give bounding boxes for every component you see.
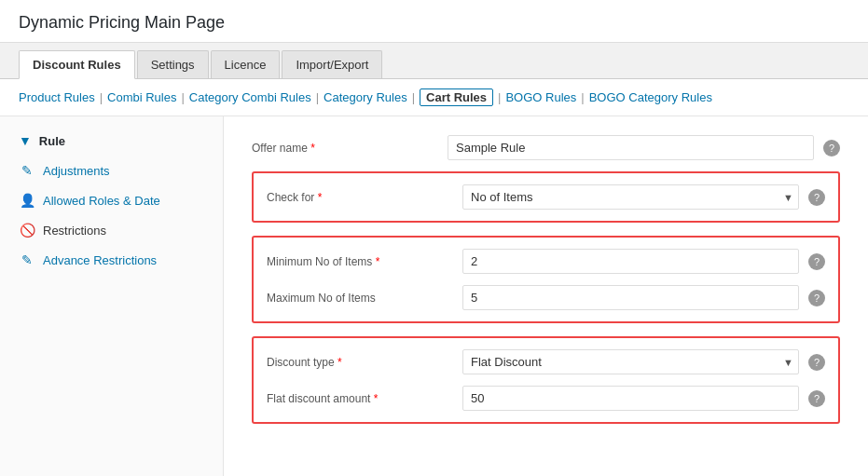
sidebar-item-advance-restrictions[interactable]: ✎ Advance Restrictions	[0, 245, 223, 275]
sidebar: ▼ Rule ✎ Adjustments 👤 Allowed Roles & D…	[0, 116, 224, 476]
flat-discount-help[interactable]: ?	[808, 390, 825, 407]
sep-6: |	[581, 90, 584, 104]
offer-name-help[interactable]: ?	[823, 140, 840, 156]
sub-nav: Product Rules | Combi Rules | Category C…	[0, 79, 868, 116]
check-for-label: Check for *	[267, 191, 453, 204]
sep-1: |	[100, 90, 103, 104]
adjustments-icon: ✎	[19, 163, 35, 178]
sub-nav-product-rules[interactable]: Product Rules	[19, 90, 95, 104]
sep-3: |	[316, 90, 319, 104]
sub-nav-cart-rules[interactable]: Cart Rules	[420, 88, 493, 106]
advance-restrictions-icon: ✎	[19, 252, 35, 267]
sep-5: |	[498, 90, 501, 104]
sub-nav-category-rules[interactable]: Category Rules	[324, 90, 407, 104]
offer-name-row: Offer name * ?	[252, 135, 840, 160]
sep-4: |	[412, 90, 415, 104]
max-items-row: Maximum No of Items ?	[267, 285, 825, 310]
tab-discount-rules[interactable]: Discount Rules	[19, 50, 135, 79]
sidebar-item-adjustments-label: Adjustments	[43, 164, 110, 178]
max-items-input[interactable]	[462, 285, 799, 310]
min-items-input[interactable]	[462, 249, 799, 274]
min-items-label: Minimum No of Items *	[267, 255, 453, 268]
check-for-section: Check for * No of Items Cart Total No of…	[252, 171, 840, 223]
tab-import-export[interactable]: Import/Export	[282, 50, 382, 78]
discount-type-help[interactable]: ?	[808, 354, 825, 371]
page-wrapper: Dynamic Pricing Main Page Discount Rules…	[0, 0, 868, 476]
sub-nav-combi-rules[interactable]: Combi Rules	[107, 90, 176, 104]
min-items-help[interactable]: ?	[808, 253, 825, 270]
discount-type-label: Discount type *	[267, 356, 453, 369]
sep-2: |	[181, 90, 184, 104]
offer-name-required: *	[310, 142, 315, 155]
tab-settings[interactable]: Settings	[137, 50, 209, 78]
tabs-bar: Discount Rules Settings Licence Import/E…	[0, 43, 868, 79]
discount-type-row: Discount type * Flat Discount Percentage…	[267, 349, 825, 374]
min-items-required: *	[376, 255, 380, 268]
flat-discount-input[interactable]	[462, 386, 799, 411]
sub-nav-category-combi-rules[interactable]: Category Combi Rules	[189, 90, 311, 104]
check-for-required: *	[318, 191, 323, 204]
check-for-select-wrapper: No of Items Cart Total No of Products ▼	[462, 184, 799, 210]
flat-discount-required: *	[374, 392, 379, 405]
max-items-help[interactable]: ?	[808, 290, 825, 306]
discount-type-required: *	[338, 356, 342, 369]
main-area: ▼ Rule ✎ Adjustments 👤 Allowed Roles & D…	[0, 116, 868, 476]
sidebar-header: ▼ Rule	[0, 126, 223, 156]
sidebar-item-allowed-roles-label: Allowed Roles & Date	[43, 194, 160, 208]
min-items-row: Minimum No of Items * ?	[267, 249, 825, 274]
offer-name-input[interactable]	[448, 135, 814, 160]
discount-section: Discount type * Flat Discount Percentage…	[252, 336, 840, 424]
offer-name-label: Offer name *	[252, 142, 438, 155]
allowed-roles-icon: 👤	[19, 193, 35, 208]
sidebar-header-label: Rule	[39, 134, 65, 148]
sidebar-item-advance-restrictions-label: Advance Restrictions	[43, 253, 157, 267]
filter-icon: ▼	[19, 133, 32, 148]
sidebar-item-allowed-roles-date[interactable]: 👤 Allowed Roles & Date	[0, 185, 223, 215]
content-area: Offer name * ? Check for * No of Items	[224, 116, 868, 476]
discount-type-select-wrapper: Flat Discount Percentage Discount Fixed …	[462, 349, 799, 374]
sidebar-item-restrictions[interactable]: 🚫 Restrictions	[0, 215, 223, 245]
sidebar-item-restrictions-label: Restrictions	[43, 224, 106, 238]
check-for-select[interactable]: No of Items Cart Total No of Products	[462, 184, 799, 210]
tab-licence[interactable]: Licence	[211, 50, 281, 78]
sub-nav-bogo-rules[interactable]: BOGO Rules	[505, 90, 576, 104]
restrictions-icon: 🚫	[19, 223, 35, 238]
max-items-label: Maximum No of Items	[267, 292, 453, 305]
items-range-section: Minimum No of Items * ? Maximum No of It…	[252, 236, 840, 323]
check-for-row: Check for * No of Items Cart Total No of…	[267, 184, 825, 210]
sub-nav-bogo-category-rules[interactable]: BOGO Category Rules	[589, 90, 712, 104]
flat-discount-label: Flat discount amount *	[267, 392, 453, 405]
page-title: Dynamic Pricing Main Page	[0, 0, 868, 43]
flat-discount-row: Flat discount amount * ?	[267, 386, 825, 411]
check-for-help[interactable]: ?	[808, 189, 825, 206]
discount-type-select[interactable]: Flat Discount Percentage Discount Fixed …	[462, 349, 799, 374]
sidebar-item-adjustments[interactable]: ✎ Adjustments	[0, 156, 223, 185]
